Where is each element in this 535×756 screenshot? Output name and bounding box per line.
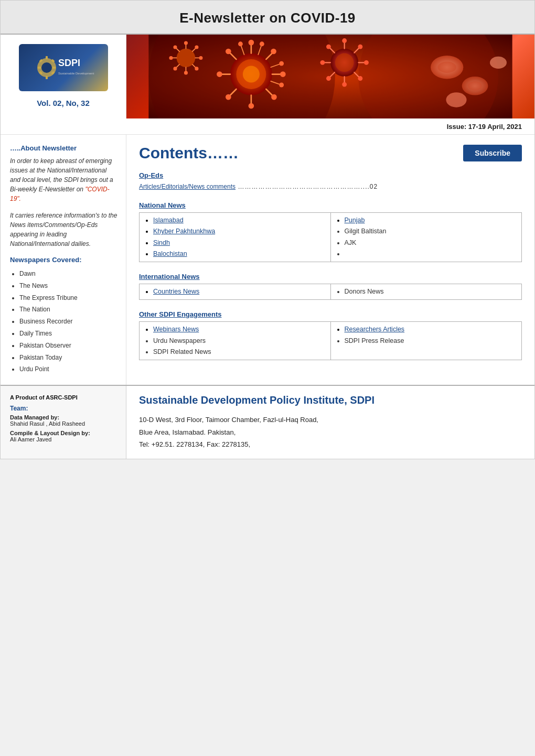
about-text-2: It carries reference information's to th… <box>10 211 119 249</box>
kpk-link[interactable]: Khyber Pakhtunkhwa <box>153 228 215 235</box>
intl-list-col2: Donors News <box>336 286 517 297</box>
op-eds-heading: Op-Eds <box>139 171 522 179</box>
org-name: Sustainable Development Policy Institute… <box>139 394 522 406</box>
team-label: Team: <box>10 405 119 412</box>
svg-point-39 <box>279 83 284 88</box>
svg-point-53 <box>342 82 347 87</box>
list-item: Countries News <box>153 286 325 297</box>
compile-label: Compile & Layout Design by: <box>10 430 119 436</box>
svg-point-70 <box>195 45 198 49</box>
content-area: Contents…… Subscribe Op-Eds Articles/Edi… <box>126 135 534 385</box>
data-managed-entry: Data Managed by: Shahid Rasul , Abid Ras… <box>10 414 119 427</box>
svg-point-31 <box>217 71 222 77</box>
sidebar: …..About Newsletter In order to keep abr… <box>1 135 126 385</box>
list-item: Business Recorder <box>19 316 119 328</box>
list-item: Khyber Pakhtunkhwa <box>153 226 325 237</box>
list-item: AJK <box>345 237 517 249</box>
svg-point-21 <box>271 49 276 55</box>
svg-point-74 <box>195 67 198 70</box>
compile-entry: Compile & Layout Design by: Ali Aamer Ja… <box>10 430 119 442</box>
product-label: A Product of ASRC-SDPI <box>10 394 119 401</box>
op-eds-line: Articles/Editorials/News comments ………………… <box>139 181 522 191</box>
issue-date: Issue: 17-19 April, 2021 <box>447 123 522 131</box>
address-line2: Blue Area, Islamabad. Pakistan, <box>139 426 522 438</box>
svg-point-37 <box>238 41 243 46</box>
svg-point-65 <box>490 57 507 69</box>
top-section: SDPI Sustainable Development Policy Inst… <box>1 35 534 118</box>
national-news-table: Islamabad Khyber Pakhtunkhwa Sindh Baloc… <box>139 212 522 262</box>
balochistan-link[interactable]: Balochistan <box>153 250 187 257</box>
national-col2: Punjab Gilgit Baltistan AJK <box>330 213 522 262</box>
address-line3: Tel: +92.51. 2278134, Fax: 2278135, <box>139 438 522 450</box>
list-item: SDPI Press Release <box>345 336 517 347</box>
islamabad-link[interactable]: Islamabad <box>153 217 184 224</box>
address-line1: 10-D West, 3rd Floor, Taimoor Chamber, F… <box>139 414 522 426</box>
footer-right: Sustainable Development Policy Institute… <box>126 386 534 459</box>
national-news-heading: National News <box>139 201 522 209</box>
contents-title: Contents…… <box>139 144 239 162</box>
national-col1: Islamabad Khyber Pakhtunkhwa Sindh Baloc… <box>140 213 331 262</box>
data-managed-label: Data Managed by: <box>10 414 119 420</box>
svg-point-78 <box>173 67 177 70</box>
banner-image <box>126 35 534 118</box>
webinars-news-link[interactable]: Webinars News <box>153 326 199 333</box>
svg-point-35 <box>260 41 264 46</box>
svg-point-61 <box>437 62 456 73</box>
list-item: Sindh <box>153 237 325 249</box>
svg-point-27 <box>249 103 254 109</box>
punjab-link[interactable]: Punjab <box>345 217 365 224</box>
other-col1: Webinars News Urdu Newspapers SDPI Relat… <box>140 322 331 360</box>
svg-point-55 <box>326 76 331 81</box>
list-item: Urdu Point <box>19 363 119 375</box>
logo-svg: SDPI Sustainable Development Policy Inst… <box>32 49 95 86</box>
svg-point-14 <box>358 35 498 118</box>
svg-point-25 <box>271 94 277 100</box>
footer-area: A Product of ASRC-SDPI Team: Data Manage… <box>1 385 534 459</box>
about-title: …..About Newsletter <box>10 144 119 152</box>
issue-date-row: Issue: 17-19 April, 2021 <box>1 118 534 135</box>
footer-left: A Product of ASRC-SDPI Team: Data Manage… <box>1 386 126 459</box>
international-news-section: International News Countries News Donors… <box>139 273 522 300</box>
banner-svg <box>126 35 534 118</box>
svg-rect-2 <box>46 56 48 59</box>
subscribe-button[interactable]: Subscribe <box>463 145 522 161</box>
svg-rect-4 <box>38 67 41 69</box>
svg-point-59 <box>326 45 331 49</box>
list-item: SDPI Related News <box>153 347 325 358</box>
other-col2: Researchers Articles SDPI Press Release <box>330 322 522 360</box>
national-list-col2: Punjab Gilgit Baltistan AJK <box>336 215 517 260</box>
svg-point-57 <box>320 60 325 65</box>
list-item: Gilgit Baltistan <box>345 226 517 237</box>
other-sdpi-section: Other SDPI Engagements Webinars News Urd… <box>139 310 522 360</box>
list-item: Punjab <box>345 215 517 226</box>
svg-point-47 <box>358 45 362 49</box>
logo-area: SDPI Sustainable Development Policy Inst… <box>1 35 126 118</box>
op-eds-dots: ………………………………………………....02 <box>238 183 378 190</box>
page-title: E-Newsletter on COVID-19 <box>6 10 529 26</box>
svg-point-63 <box>468 81 482 91</box>
contents-header: Contents…… Subscribe <box>139 144 522 162</box>
svg-point-45 <box>342 38 347 43</box>
op-eds-link[interactable]: Articles/Editorials/News comments <box>139 183 236 190</box>
other-sdpi-table: Webinars News Urdu Newspapers SDPI Relat… <box>139 321 522 360</box>
main-content: …..About Newsletter In order to keep abr… <box>1 135 534 385</box>
table-row: Countries News Donors News <box>140 284 522 300</box>
page-container: E-Newsletter on COVID-19 <box>0 0 535 459</box>
intl-col2: Donors News <box>330 284 522 300</box>
intl-list-col1: Countries News <box>145 286 325 297</box>
svg-rect-3 <box>46 76 48 79</box>
svg-rect-5 <box>52 67 56 69</box>
page-header: E-Newsletter on COVID-19 <box>1 1 534 35</box>
list-item: Daily Times <box>19 328 119 340</box>
countries-news-link[interactable]: Countries News <box>153 288 199 295</box>
sindh-link[interactable]: Sindh <box>153 239 170 246</box>
list-item <box>345 249 517 260</box>
svg-point-23 <box>280 71 286 77</box>
national-news-section: National News Islamabad Khyber Pakhtunkh… <box>139 201 522 262</box>
svg-point-19 <box>249 40 254 46</box>
researchers-articles-link[interactable]: Researchers Articles <box>345 326 405 333</box>
svg-point-68 <box>184 41 188 45</box>
svg-point-17 <box>243 66 260 83</box>
list-item: Pakistan Today <box>19 352 119 364</box>
list-item: Pakistan Observer <box>19 340 119 352</box>
